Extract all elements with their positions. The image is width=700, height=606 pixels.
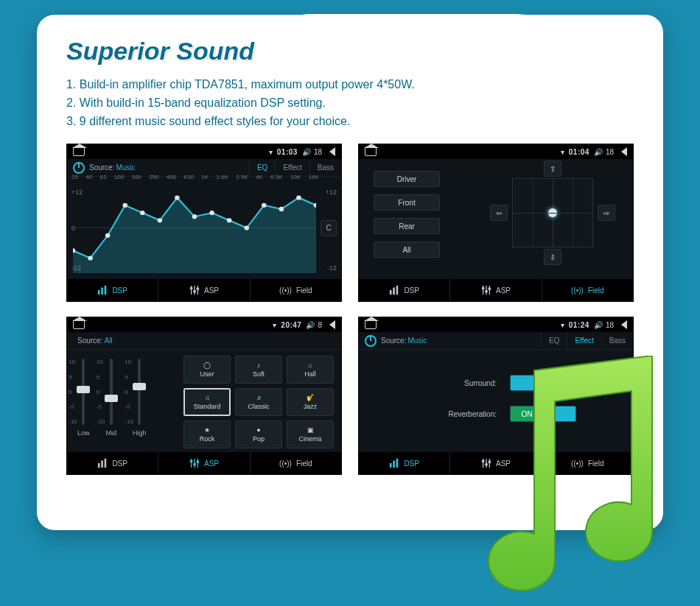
eq-frequency-labels: 2540631001602504006301K1.6K2.5K4K6.3K10K… xyxy=(71,174,319,180)
eq-band-label: 250 xyxy=(149,174,158,180)
home-icon[interactable] xyxy=(73,320,85,329)
svg-point-33 xyxy=(489,288,491,290)
nav-field-label: Field xyxy=(296,459,312,468)
eq-band-label: 25 xyxy=(71,174,78,180)
volume-icon: 🔊 xyxy=(594,321,603,329)
power-icon[interactable] xyxy=(73,162,85,174)
nav-field[interactable]: ((•))Field xyxy=(542,279,633,301)
screenshot-field: ▾ 01:04 🔊 18 DriverFrontRearAll ⇧ ⇩ ⇦ ⇨ xyxy=(358,144,634,302)
screenshot-eq: ▾ 01:03 🔊 18 Source: Music EQ Effect Bas… xyxy=(66,144,342,302)
nav-asp[interactable]: ASP xyxy=(158,279,250,301)
tab-bass[interactable]: Bass xyxy=(601,332,633,349)
preset-hall[interactable]: ⌂Hall xyxy=(287,356,334,384)
status-badge: 18 xyxy=(606,148,614,156)
eq-curve[interactable] xyxy=(73,183,316,273)
power-icon[interactable] xyxy=(365,335,377,347)
preset-rock[interactable]: ★Rock xyxy=(183,420,231,448)
preset-standard[interactable]: ♫Standard xyxy=(183,388,231,416)
slider-mid[interactable]: 1050-5-10Mid xyxy=(106,359,117,437)
status-bar: ▾ 01:03 🔊 18 xyxy=(67,144,341,159)
preset-icon: ★ xyxy=(204,426,210,434)
nav-asp[interactable]: ASP xyxy=(158,452,250,474)
nav-dsp[interactable]: DSP xyxy=(67,279,158,301)
field-icon: ((•)) xyxy=(279,459,292,468)
top-tabs: EQ Effect Bass xyxy=(541,332,633,349)
nav-asp-label: ASP xyxy=(204,459,219,468)
arrow-down-button[interactable]: ⇩ xyxy=(544,249,561,265)
clock: 01:24 xyxy=(569,321,589,329)
preset-jazz[interactable]: 🎷Jazz xyxy=(287,388,334,416)
asp-body: 1050-5-10Low1050-5-10Mid1050-5-10High ◯U… xyxy=(67,350,341,452)
preset-user[interactable]: ◯User xyxy=(183,356,231,384)
volume-icon: 🔊 xyxy=(594,148,603,156)
eq-band-label: 1.6K xyxy=(216,174,228,180)
svg-rect-27 xyxy=(396,286,399,295)
svg-point-31 xyxy=(482,287,484,289)
eq-band-label: 63 xyxy=(100,174,107,180)
arrow-right-button[interactable]: ⇨ xyxy=(598,205,615,221)
preset-classic[interactable]: ♬Classic xyxy=(235,388,282,416)
eq-chart[interactable]: +12 0 -12 +12 0 -12 xyxy=(73,183,316,273)
arrow-up-button[interactable]: ⇧ xyxy=(544,161,561,177)
svg-rect-35 xyxy=(102,461,104,468)
nav-field[interactable]: ((•))Field xyxy=(251,452,341,474)
desc-line: 1. Build-in amplifier chip TDA7851, maxi… xyxy=(66,76,634,94)
field-pad: ⇧ ⇩ ⇦ ⇨ xyxy=(490,165,615,261)
svg-rect-36 xyxy=(105,459,107,468)
arrow-left-button[interactable]: ⇦ xyxy=(490,205,508,221)
field-cursor[interactable] xyxy=(548,208,557,217)
svg-point-41 xyxy=(194,464,196,466)
wifi-icon: ▾ xyxy=(561,148,564,156)
preset-icon: ⌂ xyxy=(308,362,312,369)
nav-dsp[interactable]: DSP xyxy=(359,279,450,301)
back-icon[interactable] xyxy=(329,320,335,329)
tab-eq[interactable]: EQ xyxy=(541,332,567,349)
status-badge: 18 xyxy=(606,321,614,329)
slider-high[interactable]: 1050-5-10High xyxy=(133,359,147,437)
nav-asp-label: ASP xyxy=(496,286,511,295)
nav-asp[interactable]: ASP xyxy=(450,279,542,301)
desc-line: 3. 9 different music sound effect styles… xyxy=(66,113,634,131)
preset-icon: ◯ xyxy=(203,362,211,369)
tab-effect[interactable]: Effect xyxy=(567,332,601,349)
preset-soft[interactable]: ♪Soft xyxy=(235,356,282,384)
preset-cinema[interactable]: ▣Cinema xyxy=(287,420,334,448)
volume-icon: 🔊 xyxy=(306,321,315,329)
slider-low[interactable]: 1050-5-10Low xyxy=(77,359,90,437)
svg-point-4 xyxy=(122,203,127,208)
source-value[interactable]: Music xyxy=(407,337,427,345)
field-button-rear[interactable]: Rear xyxy=(374,218,440,234)
svg-point-2 xyxy=(88,256,93,261)
eq-reset-button[interactable]: C xyxy=(321,220,337,236)
source-value[interactable]: All xyxy=(104,337,112,345)
nav-dsp[interactable]: DSP xyxy=(67,452,158,474)
svg-point-14 xyxy=(296,196,301,200)
field-grid[interactable] xyxy=(512,178,593,247)
preset-icon: ♪ xyxy=(257,362,261,369)
preset-pop[interactable]: ●Pop xyxy=(235,420,282,448)
field-button-front[interactable]: Front xyxy=(374,194,440,211)
source-value[interactable]: Music xyxy=(116,163,135,172)
home-icon[interactable] xyxy=(365,147,377,156)
status-bar: ▾ 20:47 🔊 8 xyxy=(67,317,341,332)
nav-dsp[interactable]: DSP xyxy=(359,452,450,474)
home-icon[interactable] xyxy=(365,320,377,329)
back-icon[interactable] xyxy=(621,147,627,156)
source-row: Source: All xyxy=(67,332,341,350)
clock: 20:47 xyxy=(281,321,301,329)
field-button-all[interactable]: All xyxy=(374,242,440,258)
wifi-icon: ▾ xyxy=(561,321,564,329)
nav-field[interactable]: ((•))Field xyxy=(251,279,341,301)
source-label: Source: xyxy=(89,163,114,172)
nav-dsp-label: DSP xyxy=(404,286,419,295)
svg-rect-25 xyxy=(390,290,392,295)
home-icon[interactable] xyxy=(73,147,85,156)
back-icon[interactable] xyxy=(621,320,627,329)
field-button-driver[interactable]: Driver xyxy=(374,171,440,187)
preset-icon: ♬ xyxy=(256,394,262,401)
status-badge: 8 xyxy=(318,321,322,329)
back-icon[interactable] xyxy=(329,147,335,156)
source-label: Source: xyxy=(381,337,406,345)
preset-icon: ▣ xyxy=(307,426,314,434)
field-icon: ((•)) xyxy=(571,286,584,295)
